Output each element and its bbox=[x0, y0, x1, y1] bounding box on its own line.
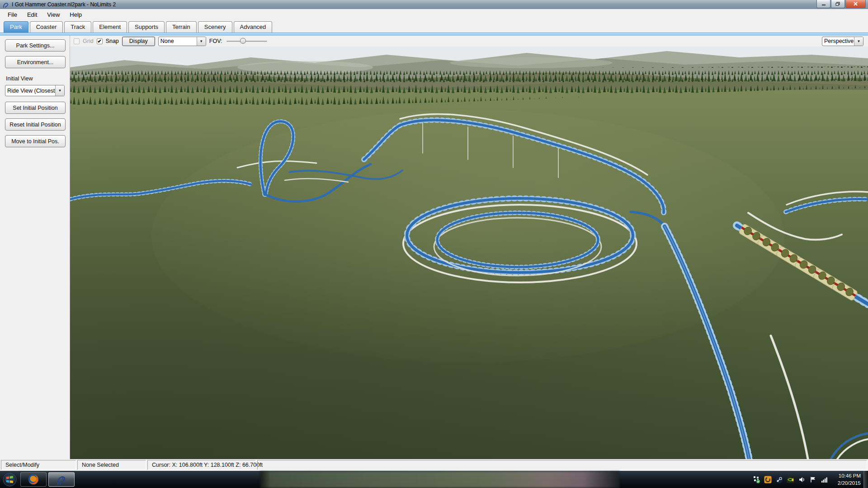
set-initial-position-button[interactable]: Set Initial Position bbox=[5, 102, 66, 114]
antivirus-orange-icon[interactable] bbox=[764, 476, 772, 483]
viewport-toolbar: Grid ✔ Snap Display None ▼ FOV: Perspect… bbox=[70, 36, 868, 47]
initial-view-dropdown[interactable]: Ride View (Closest ▼ bbox=[5, 85, 65, 96]
display-button[interactable]: Display bbox=[122, 37, 155, 46]
tab-park[interactable]: Park bbox=[4, 21, 28, 33]
viewport-3d-scene[interactable] bbox=[70, 47, 868, 459]
fov-slider[interactable] bbox=[226, 38, 267, 44]
nolimits-taskbar-button[interactable] bbox=[48, 472, 75, 487]
tab-accent-line bbox=[0, 33, 868, 36]
tab-supports[interactable]: Supports bbox=[128, 21, 165, 33]
network-signal-icon[interactable] bbox=[821, 476, 828, 483]
clock-time: 10:46 PM bbox=[838, 472, 861, 479]
restore-button[interactable] bbox=[831, 0, 845, 8]
tab-scenery[interactable]: Scenery bbox=[198, 21, 232, 33]
editor-tabs: Park Coaster Track Element Supports Terr… bbox=[0, 20, 868, 33]
park-side-panel: Park Settings... Environment... Initial … bbox=[0, 36, 70, 459]
fov-label: FOV: bbox=[209, 38, 222, 44]
nolimits-coaster-icon bbox=[56, 474, 67, 485]
terrain bbox=[70, 47, 868, 459]
status-bar: Select/Modify None Selected Cursor: X: 1… bbox=[0, 459, 868, 471]
park-settings-button[interactable]: Park Settings... bbox=[5, 39, 66, 52]
environment-button[interactable]: Environment... bbox=[5, 56, 66, 68]
menu-edit[interactable]: Edit bbox=[22, 10, 42, 19]
close-button[interactable] bbox=[845, 0, 866, 8]
title-bar: I Got Hammer Coaster.nl2park - NoLimits … bbox=[0, 0, 868, 9]
volume-icon[interactable] bbox=[798, 476, 806, 483]
tab-terrain[interactable]: Terrain bbox=[166, 21, 197, 33]
chevron-down-icon[interactable]: ▼ bbox=[55, 85, 64, 96]
move-to-initial-pos-button[interactable]: Move to Initial Pos. bbox=[5, 135, 66, 147]
clock-date: 2/20/2015 bbox=[838, 479, 861, 487]
start-button[interactable] bbox=[3, 473, 17, 487]
steam-icon[interactable] bbox=[775, 476, 783, 483]
action-center-flag-icon[interactable] bbox=[809, 476, 817, 483]
nvidia-icon[interactable] bbox=[787, 476, 794, 483]
status-mode: Select/Modify bbox=[1, 460, 76, 470]
window-title: I Got Hammer Coaster.nl2park - NoLimits … bbox=[12, 1, 116, 8]
snap-label: Snap bbox=[106, 38, 119, 44]
initial-view-label: Initial View bbox=[6, 75, 65, 82]
fov-slider-thumb[interactable] bbox=[240, 38, 246, 44]
windows-logo-icon bbox=[3, 473, 17, 487]
chevron-down-icon[interactable]: ▼ bbox=[197, 37, 206, 46]
minimize-icon bbox=[821, 2, 826, 6]
firefox-icon bbox=[28, 474, 39, 485]
close-icon bbox=[853, 1, 858, 6]
initial-view-value: Ride View (Closest bbox=[5, 85, 55, 96]
projection-value: Perspective bbox=[822, 37, 854, 46]
display-mode-dropdown[interactable]: None ▼ bbox=[158, 37, 206, 46]
minimize-button[interactable] bbox=[816, 0, 830, 8]
status-selection: None Selected bbox=[77, 460, 146, 470]
windows-taskbar: 10:46 PM 2/20/2015 bbox=[0, 471, 868, 488]
status-cursor-coordinates: Cursor: X: 106.800ft Y: 128.100ft Z: 66.… bbox=[147, 460, 256, 470]
menu-help[interactable]: Help bbox=[65, 10, 87, 19]
sync-check-icon[interactable] bbox=[753, 476, 760, 483]
fov-slider-groove bbox=[226, 41, 267, 42]
grid-label: Grid bbox=[83, 38, 94, 44]
reset-initial-position-button[interactable]: Reset Initial Position bbox=[5, 118, 66, 131]
chevron-down-icon[interactable]: ▼ bbox=[854, 37, 863, 46]
tab-element[interactable]: Element bbox=[93, 21, 127, 33]
tab-track[interactable]: Track bbox=[64, 21, 91, 33]
menu-bar: File Edit View Help bbox=[0, 9, 868, 20]
firefox-taskbar-button[interactable] bbox=[20, 472, 47, 487]
taskbar-clock[interactable]: 10:46 PM 2/20/2015 bbox=[838, 472, 861, 487]
restore-icon bbox=[835, 2, 840, 6]
snap-checkbox[interactable]: ✔ bbox=[97, 38, 103, 44]
status-empty bbox=[257, 460, 867, 470]
system-tray bbox=[753, 471, 828, 488]
tab-advanced[interactable]: Advanced bbox=[234, 21, 273, 33]
menu-file[interactable]: File bbox=[3, 10, 22, 19]
app-coaster-icon bbox=[3, 1, 9, 8]
grid-checkbox[interactable] bbox=[74, 38, 80, 44]
show-desktop-button[interactable] bbox=[863, 471, 868, 488]
taskbar-aero-glass bbox=[260, 471, 619, 488]
projection-dropdown[interactable]: Perspective ▼ bbox=[822, 37, 863, 46]
display-mode-value: None bbox=[159, 37, 197, 46]
tab-coaster[interactable]: Coaster bbox=[30, 21, 63, 33]
menu-view[interactable]: View bbox=[42, 10, 65, 19]
